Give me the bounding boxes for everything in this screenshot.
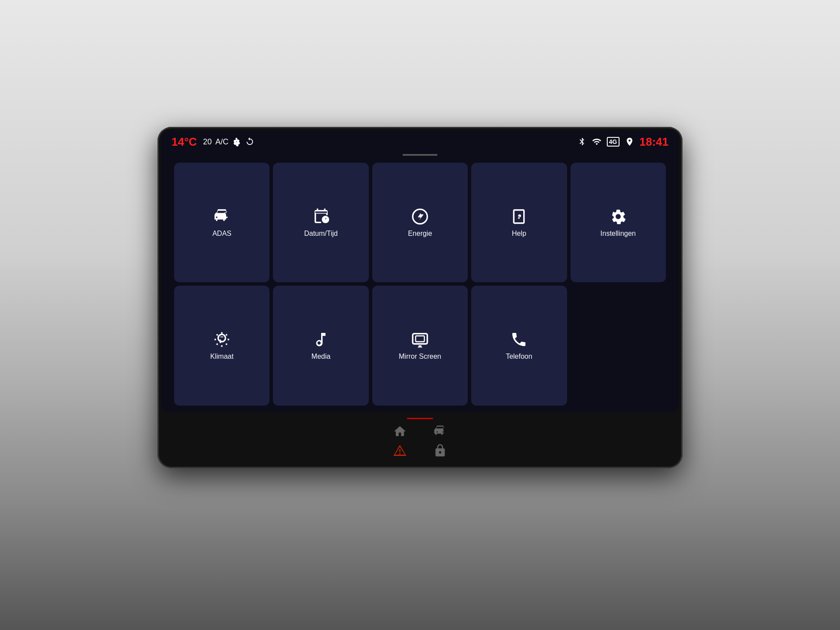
hazard-icon <box>393 444 407 458</box>
svg-rect-1 <box>220 340 221 343</box>
lock-button[interactable] <box>433 444 447 459</box>
media-label: Media <box>312 353 331 360</box>
status-left: 14°C 20 A/C <box>172 135 255 149</box>
device-frame: 14°C 20 A/C <box>158 127 682 468</box>
datum-tijd-label: Datum/Tijd <box>304 230 338 238</box>
mirror-screen-icon <box>411 331 429 348</box>
svg-rect-2 <box>413 334 427 344</box>
telefoon-label: Telefoon <box>506 353 532 360</box>
calendar-clock-icon <box>312 208 330 225</box>
screen: 14°C 20 A/C <box>161 130 679 413</box>
home-icon <box>393 424 407 438</box>
energy-icon <box>411 208 429 225</box>
tile-media[interactable]: Media <box>273 286 368 405</box>
hazard-button[interactable] <box>393 444 407 459</box>
klimaat-label: Klimaat <box>210 353 234 360</box>
help-label: Help <box>512 230 526 238</box>
tile-datum-tijd[interactable]: Datum/Tijd <box>273 163 368 282</box>
bluetooth-icon <box>577 137 587 147</box>
recirculation-icon <box>245 137 255 147</box>
car-nav-icon <box>433 424 447 438</box>
temp-set-value: 20 <box>203 137 212 147</box>
settings-icon <box>609 208 627 225</box>
status-bar: 14°C 20 A/C <box>161 130 679 153</box>
ac-label: A/C <box>215 137 228 147</box>
wifi-icon <box>592 137 602 147</box>
tile-mirror-screen[interactable]: Mirror Screen <box>372 286 468 405</box>
time-display: 18:41 <box>640 135 669 149</box>
4g-icon: 4G <box>607 137 620 147</box>
tile-help[interactable]: Help <box>471 163 567 282</box>
app-grid: ADAS Datum/Tijd Energie <box>161 159 679 413</box>
mirror-screen-label: Mirror Screen <box>399 353 441 360</box>
tile-energie[interactable]: Energie <box>372 163 468 282</box>
climate-info: 20 A/C <box>203 137 255 147</box>
climate-icon <box>213 331 231 348</box>
svg-rect-3 <box>416 336 424 342</box>
location-icon <box>625 137 634 147</box>
lock-icon <box>433 444 447 458</box>
bottom-bezel <box>161 413 679 465</box>
music-icon <box>312 331 330 348</box>
help-book-icon <box>510 208 528 225</box>
instellingen-label: Instellingen <box>600 230 636 238</box>
tile-instellingen[interactable]: Instellingen <box>570 163 666 282</box>
home-button[interactable] <box>393 424 407 440</box>
tile-klimaat[interactable]: Klimaat <box>174 286 270 405</box>
empty-tile <box>570 286 666 405</box>
red-indicator <box>407 418 433 419</box>
tile-adas[interactable]: ADAS <box>174 163 270 282</box>
scroll-handle <box>402 154 438 156</box>
energie-label: Energie <box>408 230 432 238</box>
status-right: 4G 18:41 <box>577 135 668 149</box>
nav-row-top <box>393 424 447 440</box>
fan-icon <box>232 137 242 147</box>
tile-telefoon[interactable]: Telefoon <box>471 286 567 405</box>
temperature-display: 14°C <box>172 135 197 149</box>
car-icon <box>213 208 231 225</box>
phone-icon <box>510 331 528 348</box>
nav-row-bottom <box>393 444 447 459</box>
adas-label: ADAS <box>212 230 231 238</box>
car-button[interactable] <box>433 424 447 440</box>
